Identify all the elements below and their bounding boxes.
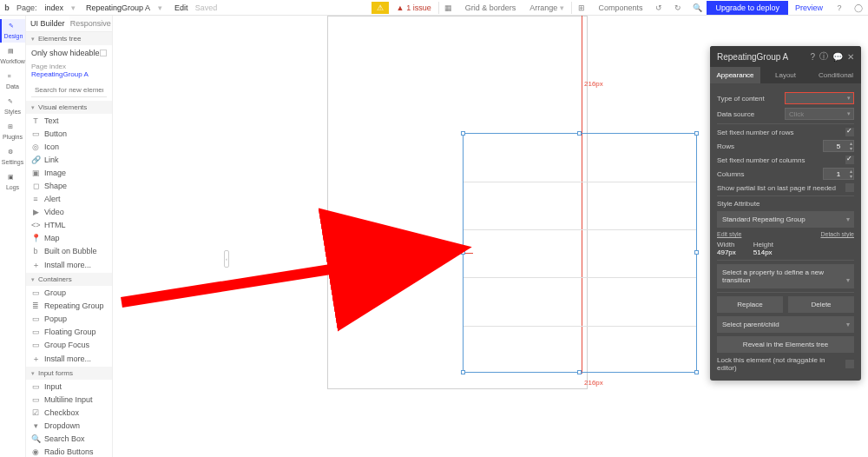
resize-handle[interactable] — [694, 250, 699, 255]
video-icon: ▶ — [31, 208, 40, 216]
resize-handle[interactable] — [577, 131, 582, 136]
partial-list-checkbox[interactable] — [845, 183, 854, 192]
transition-select[interactable]: Select a property to define a new transi… — [717, 264, 854, 288]
reveal-in-tree-button[interactable]: Reveal in the Elements tree — [717, 336, 854, 353]
data-source-label: Data source — [717, 110, 754, 118]
canvas[interactable]: 216px 216px 216px ‹ Repe — [113, 16, 868, 457]
elem-map[interactable]: 📍Map — [26, 231, 112, 244]
element-selector[interactable]: RepeatingGroup A — [81, 3, 168, 12]
section-visual-elements[interactable]: Visual elements — [26, 101, 112, 114]
close-icon[interactable]: ✕ — [847, 52, 854, 62]
components-icon[interactable]: ⊞ — [572, 3, 591, 12]
repeating-group-element[interactable] — [463, 133, 697, 373]
account-icon[interactable]: ◯ — [849, 3, 868, 12]
property-inspector[interactable]: RepeatingGroup A ? ⓘ 💬 ✕ Appearance Layo… — [710, 46, 861, 381]
elem-alert[interactable]: ≡Alert — [26, 192, 112, 205]
elem-search-box[interactable]: 🔍Search Box — [26, 432, 112, 445]
elem-icon[interactable]: ◎Icon — [26, 140, 112, 153]
elem-html[interactable]: <>HTML — [26, 218, 112, 231]
edit-style-link[interactable]: Edit style — [717, 231, 741, 237]
fixed-rows-checkbox[interactable] — [845, 128, 854, 136]
resize-handle[interactable] — [577, 370, 582, 374]
redo-icon[interactable]: ↻ — [668, 3, 687, 12]
delete-button[interactable]: Delete — [788, 296, 854, 313]
crumb-current[interactable]: RepeatingGroup A — [31, 70, 107, 78]
dim-bottom: 216px — [584, 379, 603, 387]
issues-button[interactable]: ▲1 issue — [389, 3, 437, 12]
detach-style-link[interactable]: Detach style — [820, 231, 854, 237]
elem-link[interactable]: 🔗Link — [26, 153, 112, 166]
elem-group-focus[interactable]: ▭Group Focus — [26, 338, 112, 351]
elem-repeating-group[interactable]: ≣Repeating Group — [26, 299, 112, 312]
section-elements-tree[interactable]: Elements tree — [26, 32, 112, 45]
resize-handle[interactable] — [461, 131, 465, 136]
elem-dropdown[interactable]: ▾Dropdown — [26, 419, 112, 432]
info-icon[interactable]: ⓘ — [819, 50, 828, 63]
tab-ui-builder[interactable]: UI Builder — [26, 16, 69, 31]
cols-stepper[interactable]: 1▴▾ — [823, 168, 854, 180]
elem-multiline-input[interactable]: ▭Multiline Input — [26, 393, 112, 406]
fixed-cols-checkbox[interactable] — [845, 156, 854, 164]
style-select[interactable]: Standard Repeating Group — [717, 211, 854, 228]
elem-floating-group[interactable]: ▭Floating Group — [26, 325, 112, 338]
elem-shape[interactable]: ◻Shape — [26, 179, 112, 192]
shape-icon: ◻ — [31, 182, 40, 190]
link-icon: 🔗 — [31, 156, 40, 164]
upgrade-button[interactable]: Upgrade to deploy — [707, 1, 788, 15]
rows-stepper[interactable]: 5▴▾ — [823, 140, 854, 152]
arrange-menu[interactable]: Arrange — [523, 3, 571, 12]
rail-design[interactable]: ✎Design — [0, 19, 25, 43]
lock-checkbox[interactable] — [845, 360, 854, 368]
undo-icon[interactable]: ↺ — [649, 3, 668, 12]
rail-logs[interactable]: ▣Logs — [0, 170, 25, 194]
rail-settings[interactable]: ⚙Settings — [0, 145, 25, 169]
replace-button[interactable]: Replace — [717, 296, 783, 313]
section-input-forms[interactable]: Input forms — [26, 367, 112, 380]
preview-button[interactable]: Preview — [788, 3, 830, 12]
bubble-logo[interactable]: b — [0, 3, 14, 12]
rail-plugins[interactable]: ⊞Plugins — [0, 120, 25, 143]
grid-borders-button[interactable]: Grid & borders — [458, 3, 523, 12]
rail-workflow[interactable]: ▤Workflow — [0, 44, 25, 68]
elem-checkbox[interactable]: ☑Checkbox — [26, 406, 112, 419]
resize-handle[interactable] — [694, 131, 699, 136]
select-parent-child[interactable]: Select parent/child — [717, 316, 854, 333]
search-icon[interactable]: 🔍 — [687, 3, 707, 12]
comment-icon[interactable]: 💬 — [832, 52, 843, 62]
elem-radio-buttons[interactable]: ◉Radio Buttons — [26, 445, 112, 457]
data-source-field[interactable]: Click — [785, 108, 854, 120]
section-containers[interactable]: Containers — [26, 273, 112, 286]
grid-icon[interactable]: ▦ — [439, 3, 458, 12]
elem-built-on-bubble[interactable]: bBuilt on Bubble — [26, 244, 112, 257]
only-show-hideable-checkbox[interactable] — [100, 50, 107, 56]
elem-popup[interactable]: ▭Popup — [26, 312, 112, 325]
crumb-page[interactable]: Page index — [31, 63, 107, 70]
inspector-titlebar[interactable]: RepeatingGroup A ? ⓘ 💬 ✕ — [710, 46, 861, 67]
rail-styles[interactable]: ✎Styles — [0, 95, 25, 118]
logs-icon: ▣ — [8, 174, 18, 184]
page-selector[interactable]: index — [40, 3, 82, 12]
rail-data[interactable]: ≡Data — [0, 70, 25, 93]
elem-input[interactable]: ▭Input — [26, 380, 112, 393]
help-icon[interactable]: ? — [830, 3, 849, 12]
elem-install-more-containers[interactable]: ＋Install more... — [26, 351, 112, 367]
element-search-input[interactable] — [31, 83, 107, 97]
tab-responsive[interactable]: Responsive — [69, 16, 113, 31]
elem-group[interactable]: ▭Group — [26, 286, 112, 299]
elem-button[interactable]: ▭Button — [26, 127, 112, 140]
svg-line-0 — [122, 250, 451, 302]
elem-image[interactable]: ▣Image — [26, 166, 112, 179]
help-icon[interactable]: ? — [810, 52, 815, 62]
resize-handle[interactable] — [461, 370, 465, 374]
components-button[interactable]: Components — [591, 3, 649, 12]
elem-text[interactable]: TText — [26, 114, 112, 127]
type-of-content-select[interactable] — [785, 92, 854, 104]
warning-icon[interactable]: ⚠ — [372, 2, 389, 14]
resize-handle[interactable] — [694, 370, 699, 374]
elem-install-more-visual[interactable]: ＋Install more... — [26, 257, 112, 273]
edit-label[interactable]: Edit — [168, 3, 195, 12]
tab-layout[interactable]: Layout — [760, 67, 811, 83]
elem-video[interactable]: ▶Video — [26, 205, 112, 218]
tab-conditional[interactable]: Conditional — [811, 67, 861, 83]
tab-appearance[interactable]: Appearance — [710, 67, 760, 83]
